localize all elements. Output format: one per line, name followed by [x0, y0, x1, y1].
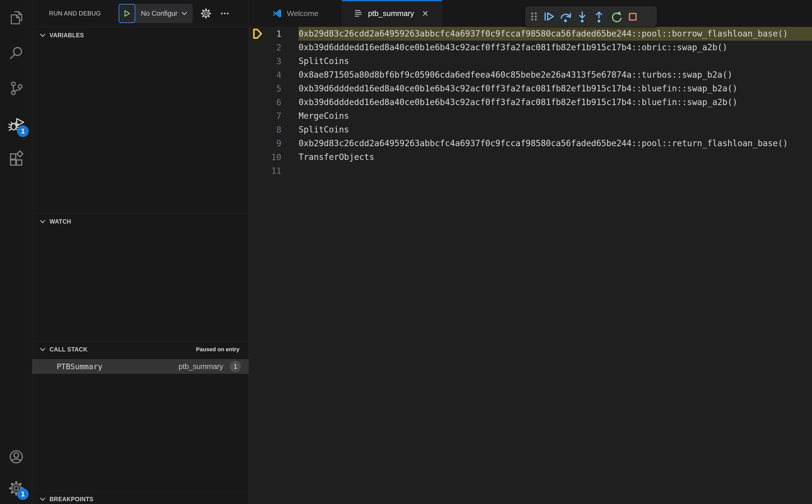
code-line-text[interactable]: TransferObjects — [298, 150, 812, 164]
breakpoints-section-header[interactable]: BREAKPOINTS — [32, 491, 248, 504]
code-line-text[interactable]: 0xb39d6dddedd16ed8a40ce0b1e6b43c92acf0ff… — [298, 41, 812, 54]
code-row: 5 0xb39d6dddedd16ed8a40ce0b1e6b43c92acf0… — [249, 82, 812, 95]
stop-button[interactable] — [624, 8, 641, 25]
line-number: 6 — [249, 97, 281, 107]
code-row: 6 0xb39d6dddedd16ed8a40ce0b1e6b43c92acf0… — [249, 95, 812, 109]
code-line-text[interactable]: 0xb39d6dddedd16ed8a40ce0b1e6b43c92acf0ff… — [298, 82, 812, 95]
editor-gutter[interactable]: 2 — [249, 41, 298, 54]
editor-gutter[interactable]: 4 — [249, 68, 298, 82]
line-number: 2 — [249, 43, 281, 53]
sidebar-title: RUN AND DEBUG — [49, 10, 101, 17]
line-number: 10 — [249, 152, 281, 162]
code-line-text[interactable]: SplitCoins — [298, 123, 812, 137]
activity-bar: 1 1 — [0, 0, 32, 504]
code-row: 3 SplitCoins — [249, 54, 812, 68]
step-out-button[interactable] — [591, 8, 607, 25]
tab-close-button[interactable] — [420, 8, 431, 19]
code-line-text[interactable]: 0x8ae871505a80d8bf6bf9c05906cda6edfeea46… — [298, 68, 812, 82]
search-icon — [8, 45, 25, 61]
line-number: 3 — [249, 56, 281, 66]
stack-frame-row[interactable]: PTBSummary ptb_summary 1 — [32, 359, 248, 374]
sidebar-item-run-and-debug[interactable]: 1 — [0, 106, 32, 141]
section-label: WATCH — [49, 218, 71, 225]
debug-config-control: No Configur — [119, 4, 193, 23]
editor-gutter[interactable]: 7 — [249, 109, 298, 123]
code-line-text[interactable]: 0xb29d83c26cdd2a64959263abbcfc4a6937f0c9… — [298, 137, 812, 150]
code-row: 4 0x8ae871505a80d8bf6bf9c05906cda6edfeea… — [249, 68, 812, 82]
editor-gutter[interactable]: 3 — [249, 54, 298, 68]
continue-icon — [543, 10, 555, 23]
step-over-icon — [559, 10, 572, 23]
code-line-text[interactable]: MergeCoins — [298, 109, 812, 123]
code-line-text[interactable]: 0xb39d6dddedd16ed8a40ce0b1e6b43c92acf0ff… — [298, 95, 812, 109]
code-row: 7 MergeCoins — [249, 109, 812, 123]
debug-toolbar — [525, 7, 657, 26]
editor-gutter[interactable]: 5 — [249, 82, 298, 95]
close-icon — [422, 10, 429, 17]
breakpoints-section: BREAKPOINTS — [32, 491, 248, 504]
tab-ptb-summary[interactable]: ptb_summary — [342, 0, 442, 27]
editor-gutter[interactable]: 8 — [249, 123, 298, 137]
vscode-logo-icon — [272, 8, 282, 19]
stack-frame-file: ptb_summary — [178, 362, 223, 371]
call-stack-section-header[interactable]: CALL STACK Paused on entry — [32, 341, 248, 358]
code-row: 10 TransferObjects — [249, 150, 812, 164]
editor-gutter[interactable]: 6 — [249, 95, 298, 109]
watch-section-header[interactable]: WATCH — [32, 213, 248, 230]
line-number: 9 — [249, 139, 281, 148]
step-into-button[interactable] — [574, 8, 591, 25]
code-line-text[interactable]: SplitCoins — [298, 54, 812, 68]
sidebar-item-source-control[interactable] — [0, 71, 32, 106]
continue-button[interactable] — [540, 8, 557, 25]
chevron-down-icon — [39, 32, 46, 39]
line-number: 8 — [249, 125, 281, 135]
tab-label: Welcome — [287, 9, 318, 18]
editor-gutter[interactable]: 10 — [249, 150, 298, 164]
code-row: 1 0xb29d83c26cdd2a64959263abbcfc4a6937f0… — [249, 27, 812, 41]
config-dropdown[interactable]: No Configur — [135, 4, 193, 23]
restart-button[interactable] — [607, 8, 624, 25]
start-debugging-button[interactable] — [119, 4, 135, 23]
stack-frame-badge: 1 — [230, 361, 241, 372]
code-row: 8 SplitCoins — [249, 123, 812, 137]
step-over-button[interactable] — [557, 8, 574, 25]
current-line-arrow-icon — [252, 28, 263, 40]
accounts-button[interactable] — [0, 441, 32, 473]
play-icon — [123, 9, 131, 18]
section-label: BREAKPOINTS — [49, 496, 93, 503]
toolbar-drag-handle[interactable] — [528, 8, 540, 25]
activity-bar-top: 1 — [0, 0, 32, 176]
watch-section: WATCH — [32, 213, 248, 341]
section-label: CALL STACK — [49, 346, 88, 353]
manage-badge: 1 — [17, 488, 29, 500]
more-actions-button[interactable] — [218, 6, 231, 21]
account-icon — [8, 448, 25, 465]
code-row: 9 0xb29d83c26cdd2a64959263abbcfc4a6937f0… — [249, 137, 812, 150]
code-editor[interactable]: 1 0xb29d83c26cdd2a64959263abbcfc4a6937f0… — [249, 27, 812, 504]
list-icon — [353, 8, 363, 19]
line-number: 7 — [249, 111, 281, 121]
manage-button[interactable]: 1 — [0, 473, 32, 504]
chevron-down-icon — [39, 346, 46, 353]
sidebar-item-search[interactable] — [0, 35, 32, 71]
config-dropdown-label: No Configur — [141, 10, 177, 18]
gear-icon — [200, 8, 212, 19]
editor-gutter[interactable]: 9 — [249, 137, 298, 150]
debug-settings-button[interactable] — [199, 6, 212, 21]
gripper-icon — [529, 10, 539, 23]
line-number: 11 — [249, 166, 281, 176]
code-line-text[interactable] — [298, 164, 812, 178]
stop-icon — [626, 10, 639, 23]
chevron-down-icon — [181, 10, 188, 17]
sidebar-item-extensions[interactable] — [0, 141, 32, 176]
code-line-text[interactable]: 0xb29d83c26cdd2a64959263abbcfc4a6937f0c9… — [298, 27, 812, 41]
tab-label: ptb_summary — [368, 9, 414, 18]
step-out-icon — [593, 10, 605, 23]
variables-section-header[interactable]: VARIABLES — [32, 27, 248, 43]
run-and-debug-sidebar: RUN AND DEBUG No Configur VARIABLES — [32, 0, 249, 504]
tab-welcome[interactable]: Welcome — [249, 0, 342, 27]
chevron-down-icon — [39, 218, 46, 225]
sidebar-item-explorer[interactable] — [0, 0, 32, 35]
editor-gutter[interactable]: 11 — [249, 164, 298, 178]
editor-gutter[interactable]: 1 — [249, 27, 298, 41]
